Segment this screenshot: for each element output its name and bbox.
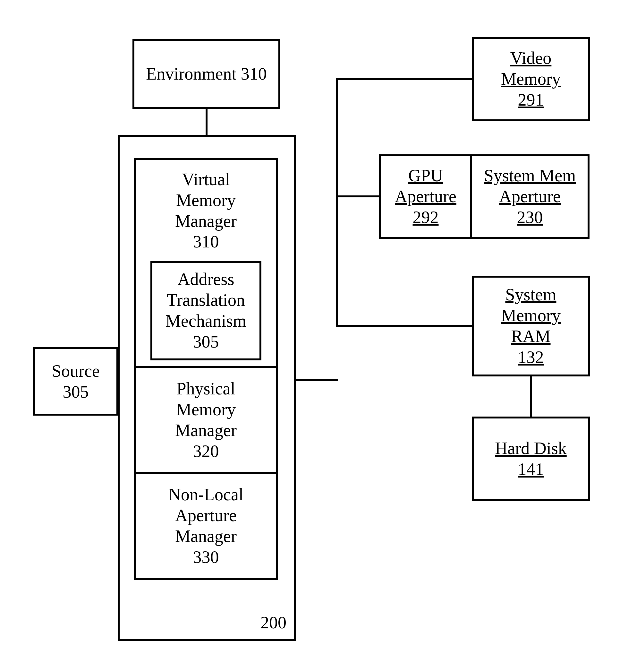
num: 292 — [413, 207, 439, 228]
video-memory-box: Video Memory 291 — [472, 37, 590, 121]
source-box: Source 305 — [33, 347, 118, 415]
system-memory-ram-box: System Memory RAM 132 — [472, 276, 590, 377]
virtual-memory-manager-box: Virtual Memory Manager 310 Address Trans… — [134, 158, 278, 368]
num: 230 — [517, 207, 543, 228]
label: Aperture — [499, 186, 561, 207]
label: Environment 310 — [146, 64, 267, 85]
label: Address — [178, 269, 234, 290]
hard-disk-box: Hard Disk 141 — [472, 416, 590, 501]
label: RAM — [511, 326, 550, 347]
label: GPU — [408, 165, 443, 186]
num: 330 — [193, 547, 219, 568]
label: Aperture — [175, 505, 237, 526]
system-mem-aperture-box: System Mem Aperture 230 — [470, 154, 589, 239]
label: System — [505, 284, 556, 305]
container-200: 200 Virtual Memory Manager 310 Address T… — [118, 135, 296, 641]
label: Translation — [167, 290, 245, 311]
label: Virtual — [182, 169, 230, 190]
label: Manager — [175, 420, 237, 441]
label: Hard Disk — [495, 438, 567, 459]
num: 310 — [193, 232, 219, 252]
connector — [336, 78, 338, 327]
num: 320 — [193, 441, 219, 462]
connector — [336, 195, 379, 197]
container-num: 200 — [260, 612, 286, 633]
non-local-aperture-manager-box: Non-Local Aperture Manager 330 — [134, 472, 278, 580]
label: Physical — [177, 378, 235, 399]
connector — [336, 78, 472, 80]
label: Memory — [501, 305, 561, 326]
gpu-aperture-box: GPU Aperture 292 — [379, 154, 472, 239]
num: 291 — [518, 90, 544, 111]
label: Aperture — [395, 186, 456, 207]
label: Non-Local — [168, 484, 244, 505]
connector — [296, 379, 338, 381]
num: 305 — [193, 332, 219, 352]
num: 132 — [518, 347, 544, 368]
physical-memory-manager-box: Physical Memory Manager 320 — [134, 366, 278, 474]
num: 141 — [518, 459, 544, 480]
num: 305 — [63, 382, 89, 403]
connector — [530, 377, 532, 416]
connector — [336, 325, 472, 327]
label: Video — [510, 48, 552, 69]
label: Source — [52, 361, 100, 382]
label: System Mem — [484, 165, 576, 186]
connector — [206, 109, 207, 135]
environment-box: Environment 310 — [132, 39, 280, 109]
label: Mechanism — [166, 311, 246, 332]
label: Memory — [501, 69, 561, 90]
address-translation-mechanism-box: Address Translation Mechanism 305 — [150, 261, 261, 360]
label: Manager — [175, 211, 237, 232]
diagram-canvas: Environment 310 200 Virtual Memory Manag… — [0, 0, 628, 672]
label: Memory — [176, 399, 236, 420]
label: Memory — [176, 190, 236, 211]
label: Manager — [175, 526, 237, 547]
